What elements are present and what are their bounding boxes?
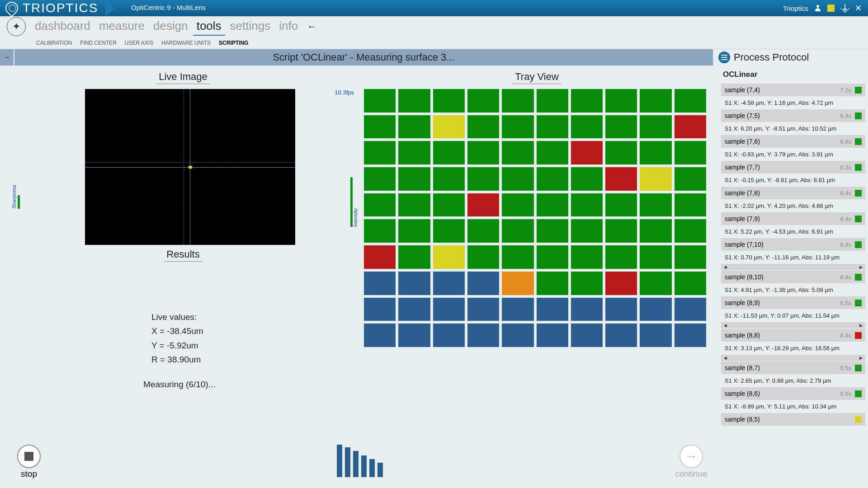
tab-design[interactable]: design (150, 17, 192, 36)
subtab-scripting[interactable]: SCRIPTING (219, 40, 248, 46)
tray-cell[interactable] (364, 219, 396, 243)
tray-cell[interactable] (675, 219, 706, 243)
tray-cell[interactable] (605, 193, 637, 217)
tray-cell[interactable] (640, 324, 671, 347)
horizontal-scrollbar[interactable]: ◄► (721, 355, 865, 361)
tray-cell[interactable] (571, 141, 603, 164)
tray-cell[interactable] (571, 245, 603, 269)
protocol-sample-row[interactable]: sample (7,8)6.4s (721, 187, 865, 199)
tray-cell[interactable] (640, 115, 671, 139)
back-arrow-icon[interactable]: ← (307, 21, 317, 33)
tray-cell[interactable] (467, 193, 499, 217)
tray-cell[interactable] (467, 324, 499, 347)
tray-cell[interactable] (640, 167, 671, 191)
tray-cell[interactable] (537, 167, 568, 191)
tray-cell[interactable] (675, 324, 706, 347)
tray-cell[interactable] (675, 115, 706, 139)
tray-cell[interactable] (398, 167, 430, 191)
tab-measure[interactable]: measure (95, 17, 148, 36)
tray-cell[interactable] (502, 89, 533, 113)
tray-cell[interactable] (605, 324, 637, 347)
tray-cell[interactable] (537, 115, 568, 139)
tray-cell[interactable] (675, 298, 706, 321)
tray-cell[interactable] (502, 115, 533, 139)
subtab-user-axis[interactable]: USER AXIS (125, 40, 153, 46)
tray-cell[interactable] (675, 272, 706, 295)
tray-cell[interactable] (605, 141, 637, 164)
tray-cell[interactable] (640, 89, 671, 113)
tray-cell[interactable] (398, 115, 430, 139)
tray-cell[interactable] (605, 298, 637, 321)
minimize-icon[interactable]: ⇲ (838, 2, 851, 15)
tray-cell[interactable] (537, 324, 568, 347)
tray-cell[interactable] (467, 298, 499, 321)
tray-cell[interactable] (502, 324, 533, 347)
tray-cell[interactable] (364, 193, 396, 217)
tray-cell[interactable] (467, 115, 499, 139)
tray-cell[interactable] (675, 245, 706, 269)
tray-cell[interactable] (571, 272, 603, 295)
tray-cell[interactable] (433, 141, 465, 164)
tray-cell[interactable] (364, 167, 396, 191)
tray-cell[interactable] (467, 141, 499, 164)
tray-cell[interactable] (433, 115, 465, 139)
tray-cell[interactable] (537, 298, 568, 321)
tray-cell[interactable] (398, 89, 430, 113)
tray-cell[interactable] (467, 219, 499, 243)
tray-cell[interactable] (502, 245, 533, 269)
tab-settings[interactable]: settings (226, 17, 274, 36)
protocol-sample-row[interactable]: sample (7,6)6.8s (721, 135, 865, 148)
tray-cell[interactable] (433, 324, 465, 347)
tab-info[interactable]: info (275, 17, 302, 36)
protocol-sample-row[interactable]: sample (8,8)6.4s (721, 329, 865, 342)
tray-cell[interactable] (537, 219, 568, 243)
tray-cell[interactable] (398, 324, 430, 347)
protocol-sample-row[interactable]: sample (7,10)6.4s (721, 238, 865, 251)
tray-cell[interactable] (502, 298, 533, 321)
horizontal-scrollbar[interactable]: ◄► (721, 264, 865, 270)
tray-cell[interactable] (571, 324, 603, 347)
tray-cell[interactable] (571, 89, 603, 113)
tray-cell[interactable] (364, 115, 396, 139)
tray-cell[interactable] (605, 272, 637, 295)
protocol-sample-row[interactable]: sample (8,9)6.5s (721, 296, 865, 309)
tray-cell[interactable] (502, 167, 533, 191)
tray-cell[interactable] (640, 193, 671, 217)
tray-cell[interactable] (571, 167, 603, 191)
tray-cell[interactable] (467, 272, 499, 295)
tray-cell[interactable] (640, 298, 671, 321)
tray-cell[interactable] (605, 245, 637, 269)
subtab-calibration[interactable]: CALIBRATION (36, 40, 72, 46)
tray-cell[interactable] (398, 193, 430, 217)
tab-dashboard[interactable]: dashboard (31, 17, 94, 36)
tray-cell[interactable] (675, 89, 706, 113)
protocol-sample-row[interactable]: sample (8,6)6.5s (721, 387, 865, 400)
tray-cell[interactable] (398, 298, 430, 321)
tray-cell[interactable] (398, 219, 430, 243)
protocol-menu-icon[interactable] (718, 52, 730, 63)
continue-button[interactable]: → continue (675, 445, 708, 479)
tray-cell[interactable] (571, 219, 603, 243)
tray-cell[interactable] (467, 89, 499, 113)
tray-cell[interactable] (433, 272, 465, 295)
tray-cell[interactable] (537, 141, 568, 164)
protocol-sample-row[interactable]: sample (7,4)7.2s (721, 84, 865, 96)
tray-cell[interactable] (398, 272, 430, 295)
stop-button[interactable]: stop (17, 445, 41, 479)
tray-cell[interactable] (605, 89, 637, 113)
user-icon[interactable] (815, 5, 821, 11)
protocol-sample-row[interactable]: sample (7,9)6.4s (721, 212, 865, 225)
tray-cell[interactable] (364, 272, 396, 295)
tray-cell[interactable] (537, 245, 568, 269)
tray-cell[interactable] (433, 167, 465, 191)
tray-cell[interactable] (640, 141, 671, 164)
tray-cell[interactable] (675, 167, 706, 191)
panel-expand-icon[interactable]: → (0, 49, 14, 66)
settings-gear-icon[interactable]: ✦ (7, 17, 26, 36)
tray-cell[interactable] (675, 193, 706, 217)
tray-cell[interactable] (364, 89, 396, 113)
tray-cell[interactable] (605, 167, 637, 191)
tray-cell[interactable] (640, 272, 671, 295)
tray-cell[interactable] (502, 141, 533, 164)
tab-tools[interactable]: tools (193, 17, 225, 36)
